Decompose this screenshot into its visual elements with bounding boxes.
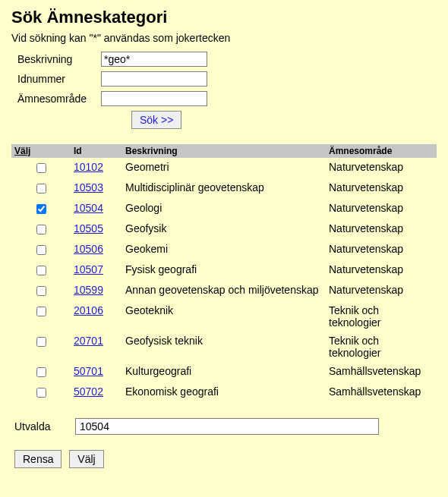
- row-amnesomrade: Teknik och teknologier: [326, 301, 437, 332]
- table-row: 20106GeoteknikTeknik och teknologier: [11, 301, 437, 332]
- row-amnesomrade: Naturvetenskap: [326, 219, 437, 240]
- row-id-link[interactable]: 10102: [74, 161, 103, 173]
- results-table: Välj Id Beskrivning Ämnesområde 10102Geo…: [11, 144, 437, 403]
- col-beskrivning: Beskrivning: [122, 144, 326, 158]
- row-id-link[interactable]: 10599: [74, 284, 103, 296]
- table-row: 50702Ekonomisk geografiSamhällsvetenskap: [11, 382, 437, 403]
- page-title: Sök Ämneskategori: [11, 8, 437, 27]
- row-checkbox[interactable]: [36, 225, 46, 234]
- beskrivning-input[interactable]: [101, 52, 207, 67]
- row-checkbox[interactable]: [36, 245, 46, 255]
- utvalda-label: Utvalda: [14, 420, 75, 433]
- col-id: Id: [71, 144, 122, 158]
- utvalda-input[interactable]: [75, 418, 379, 435]
- row-id-link[interactable]: 50701: [74, 365, 103, 377]
- idnummer-label: Idnummer: [17, 73, 101, 85]
- table-row: 10505GeofysikNaturvetenskap: [11, 219, 437, 240]
- search-button[interactable]: Sök >>: [131, 111, 181, 129]
- row-beskrivning: Annan geovetenskap och miljövetenskap: [122, 281, 326, 301]
- row-checkbox[interactable]: [36, 286, 46, 296]
- rensa-button[interactable]: Rensa: [14, 450, 62, 468]
- row-amnesomrade: Samhällsvetenskap: [326, 382, 437, 403]
- row-amnesomrade: Naturvetenskap: [326, 281, 437, 301]
- table-row: 10506GeokemiNaturvetenskap: [11, 240, 437, 260]
- row-amnesomrade: Samhällsvetenskap: [326, 362, 437, 382]
- col-valj[interactable]: Välj: [11, 144, 71, 158]
- row-beskrivning: Geokemi: [122, 240, 326, 260]
- row-checkbox[interactable]: [36, 266, 46, 275]
- table-row: 10507Fysisk geografiNaturvetenskap: [11, 260, 437, 281]
- table-row: 10102GeometriNaturvetenskap: [11, 158, 437, 178]
- row-checkbox[interactable]: [36, 163, 46, 173]
- table-row: 20701Geofysisk teknikTeknik och teknolog…: [11, 332, 437, 362]
- table-row: 50701KulturgeografiSamhällsvetenskap: [11, 362, 437, 382]
- row-id-link[interactable]: 10505: [74, 222, 103, 234]
- row-beskrivning: Ekonomisk geografi: [122, 382, 326, 403]
- row-beskrivning: Geologi: [122, 199, 326, 219]
- row-beskrivning: Geofysik: [122, 219, 326, 240]
- row-amnesomrade: Teknik och teknologier: [326, 332, 437, 362]
- beskrivning-label: Beskrivning: [17, 53, 101, 65]
- row-beskrivning: Geometri: [122, 158, 326, 178]
- search-form: Beskrivning Idnummer Ämnesområde Sök >>: [17, 52, 437, 129]
- amnesomrade-input[interactable]: [101, 91, 207, 106]
- table-row: 10599Annan geovetenskap och miljövetensk…: [11, 281, 437, 301]
- table-row: 10503Multidisciplinär geovetenskapNaturv…: [11, 178, 437, 199]
- row-amnesomrade: Naturvetenskap: [326, 158, 437, 178]
- row-id-link[interactable]: 20106: [74, 304, 103, 316]
- amnesomrade-label: Ämnesområde: [17, 93, 101, 105]
- row-amnesomrade: Naturvetenskap: [326, 199, 437, 219]
- row-beskrivning: Multidisciplinär geovetenskap: [122, 178, 326, 199]
- row-amnesomrade: Naturvetenskap: [326, 178, 437, 199]
- row-beskrivning: Kulturgeografi: [122, 362, 326, 382]
- row-beskrivning: Geoteknik: [122, 301, 326, 332]
- valj-button[interactable]: Välj: [69, 450, 103, 468]
- table-row: 10504GeologiNaturvetenskap: [11, 199, 437, 219]
- row-id-link[interactable]: 10503: [74, 181, 103, 193]
- row-checkbox[interactable]: [36, 307, 46, 316]
- row-beskrivning: Fysisk geografi: [122, 260, 326, 281]
- search-hint: Vid sökning kan "*" användas som jokerte…: [11, 32, 437, 44]
- row-checkbox[interactable]: [36, 367, 46, 377]
- row-checkbox[interactable]: [36, 184, 46, 193]
- idnummer-input[interactable]: [101, 71, 207, 87]
- row-checkbox[interactable]: [36, 204, 46, 214]
- row-id-link[interactable]: 10506: [74, 243, 103, 255]
- row-id-link[interactable]: 50702: [74, 385, 103, 398]
- col-amnesomrade: Ämnesområde: [326, 144, 437, 158]
- row-checkbox[interactable]: [36, 388, 46, 398]
- row-id-link[interactable]: 10504: [74, 202, 103, 214]
- row-amnesomrade: Naturvetenskap: [326, 260, 437, 281]
- row-checkbox[interactable]: [36, 337, 46, 347]
- row-beskrivning: Geofysisk teknik: [122, 332, 326, 362]
- row-amnesomrade: Naturvetenskap: [326, 240, 437, 260]
- row-id-link[interactable]: 20701: [74, 335, 103, 347]
- row-id-link[interactable]: 10507: [74, 263, 103, 275]
